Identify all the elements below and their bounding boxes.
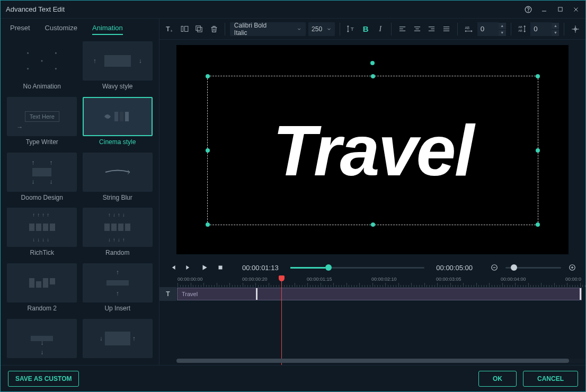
preview-canvas[interactable]: Travel [176,45,569,254]
line-spacing-icon[interactable]: ABAB [516,23,528,35]
selection-box[interactable]: Travel [207,76,538,225]
svg-point-1 [528,11,529,11]
resize-handle[interactable] [536,148,540,153]
playback-bar: 00:00:01:13 00:00:05:00 [159,260,585,275]
window-title: Advanced Text Edit [6,5,65,13]
preset-grid[interactable]: No Animation ↑↓Wavy style Text Here→Type… [1,38,159,365]
preset-doomo-design[interactable]: ↑↑↓↓Doomo Design [6,153,78,205]
svg-rect-14 [198,28,202,32]
duplicate-icon[interactable] [193,23,205,35]
zoom-slider[interactable] [505,267,561,269]
resize-handle[interactable] [206,222,210,227]
time-current: 00:00:01:13 [242,264,279,272]
zoom-in-icon[interactable] [567,263,577,272]
rotate-handle[interactable] [370,61,375,65]
svg-rect-8 [125,112,129,121]
close-icon[interactable] [572,5,580,14]
ok-button[interactable]: OK [478,371,517,387]
svg-rect-3 [558,7,562,11]
play-icon[interactable] [200,263,209,272]
timeline-ruler[interactable]: 00:00:00:00 00:00:00:20 00:00:01:15 00:0… [159,275,585,287]
preset-random[interactable]: ↑↓↑↓↓↑↓↑Random [82,208,154,260]
zoom-out-icon[interactable] [490,263,499,272]
tracking-icon[interactable]: AB [463,23,475,35]
prev-frame-icon[interactable] [168,263,177,272]
font-size-select[interactable]: 250 [308,22,335,36]
preset-type-writer[interactable]: Text Here→Type Writer [6,97,78,149]
align-right-icon[interactable] [426,23,438,35]
preset-string-blur[interactable]: String Blur [82,153,154,205]
tab-customize[interactable]: Customize [45,24,77,35]
help-icon[interactable] [524,5,532,14]
svg-text:AB: AB [519,25,523,29]
preset-cinema-style[interactable]: Cinema style [82,97,154,149]
sidebar: Preset Customize Animation No Animation … [1,19,159,365]
svg-text:T: T [166,25,171,32]
svg-rect-13 [196,26,201,31]
spinner-up-icon[interactable]: ▲ [499,22,506,29]
line-spacing-input[interactable]: ▲▼ [530,22,559,36]
svg-rect-6 [114,112,118,121]
align-justify-icon[interactable] [440,23,452,35]
resize-handle[interactable] [371,222,375,227]
svg-text:T: T [351,26,354,32]
align-left-icon[interactable] [396,23,409,35]
timeline-track[interactable]: T Travel [159,287,585,301]
text-height-icon[interactable]: T [345,23,357,35]
cancel-button[interactable]: CANCEL [523,371,578,387]
time-total: 00:00:05:00 [436,264,473,272]
tracking-input[interactable]: ▲▼ [477,22,506,36]
tab-preset[interactable]: Preset [10,24,30,35]
svg-text:+: + [171,29,173,33]
bold-icon[interactable]: B [360,23,372,35]
timeline: 00:00:00:00 00:00:00:20 00:00:01:15 00:0… [159,275,585,365]
preset-extra-2[interactable]: ↓↑ [82,319,154,362]
preset-up-insert[interactable]: ↑↑Up Insert [82,263,154,316]
toolbar: T+ Calibri Bold Italic 250 T B I AB ▲▼ A… [159,19,585,40]
preset-no-animation[interactable]: No Animation [6,41,78,94]
svg-rect-32 [219,266,223,270]
timeline-scrollbar[interactable] [176,359,585,363]
tab-animation[interactable]: Animation [92,24,123,35]
scrubber[interactable] [290,267,425,269]
preset-wavy-style[interactable]: ↑↓Wavy style [82,41,154,94]
resize-handle[interactable] [536,74,540,78]
title-bar: Advanced Text Edit [1,1,585,19]
svg-rect-12 [184,26,188,32]
track-head-text-icon: T [159,287,176,301]
stop-icon[interactable] [216,263,225,272]
spinner-up-icon[interactable]: ▲ [552,22,559,29]
timeline-clip[interactable]: Travel [177,288,582,300]
resize-handle[interactable] [371,74,375,78]
next-frame-icon[interactable] [184,263,193,272]
svg-text:AB: AB [519,29,523,32]
footer: SAVE AS CUSTOM OK CANCEL [1,365,585,391]
resize-handle[interactable] [536,222,540,227]
svg-rect-7 [120,112,123,121]
font-select[interactable]: Calibri Bold Italic [230,22,306,36]
preset-richtick[interactable]: ↑↑↑↑↓↓↓↓RichTick [6,208,78,260]
svg-rect-11 [181,26,183,32]
svg-text:AB: AB [465,26,469,30]
trash-icon[interactable] [208,23,220,35]
preset-extra-1[interactable]: ↓↓ [6,319,78,362]
add-text-icon[interactable]: T+ [164,23,176,35]
align-center-icon[interactable] [411,23,423,35]
maximize-icon[interactable] [556,5,564,14]
italic-icon[interactable]: I [374,23,386,35]
text-content[interactable]: Travel [208,76,538,225]
center-anchor-icon[interactable] [569,23,581,35]
minimize-icon[interactable] [540,5,548,14]
spinner-down-icon[interactable]: ▼ [552,29,559,36]
playhead[interactable] [281,275,282,365]
spinner-down-icon[interactable]: ▼ [499,29,506,36]
save-as-custom-button[interactable]: SAVE AS CUSTOM [8,371,79,387]
text-box-icon[interactable] [179,23,191,35]
preset-random-2[interactable]: Random 2 [6,263,78,316]
